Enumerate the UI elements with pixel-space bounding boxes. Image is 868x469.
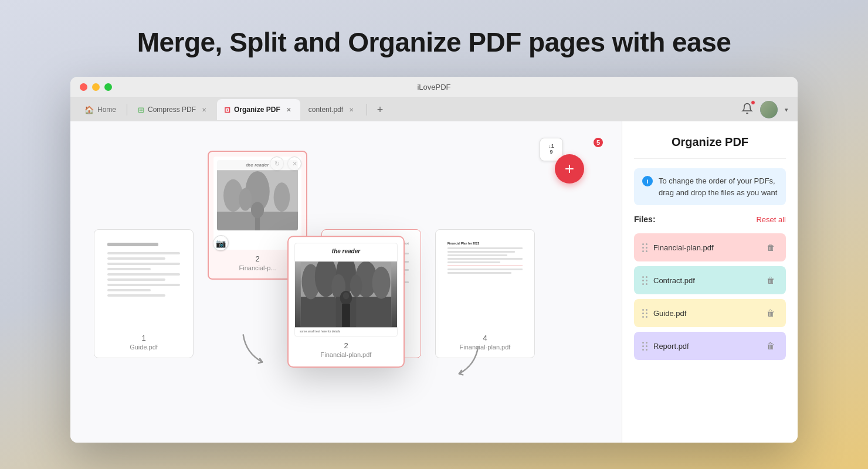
svg-point-5 [239, 188, 252, 211]
info-text: To change the order of your PDFs, drag a… [659, 175, 778, 198]
drag-handle-guide[interactable] [642, 309, 647, 318]
tab-bar-right: ▾ [741, 101, 788, 118]
file-name-guide: Guide.pdf [653, 309, 758, 318]
page-thumbnail-1 [99, 235, 188, 329]
tab-organize-close[interactable]: ✕ [284, 105, 293, 114]
drag-dot [642, 349, 644, 351]
tab-organize[interactable]: ⊡ Organize PDF ✕ [217, 99, 300, 120]
fin-line [447, 269, 523, 270]
window-title: iLovePDF [417, 83, 450, 91]
reset-all-button[interactable]: Reset all [756, 215, 786, 224]
drag-handle-contract[interactable] [642, 276, 647, 285]
fin-line [447, 247, 523, 249]
plus-icon: + [565, 161, 574, 177]
drag-dot [646, 247, 647, 249]
drag-dot [642, 243, 644, 245]
file-item-report[interactable]: Report.pdf 🗑 [634, 332, 786, 360]
tab-compress-close[interactable]: ✕ [199, 105, 209, 114]
user-avatar[interactable] [760, 101, 778, 118]
minimize-button[interactable] [92, 83, 100, 91]
tab-compress-label: Compress PDF [148, 106, 196, 114]
dragged-page-name: Financial-plan.pdf [321, 351, 372, 358]
delete-financial-plan[interactable]: 🗑 [764, 240, 778, 254]
dragged-card[interactable]: the reader [287, 236, 405, 368]
info-icon: i [642, 176, 653, 186]
fin-divider [447, 266, 523, 266]
main-content: ↓19 + 5 [70, 121, 798, 443]
forest-figure [295, 261, 397, 327]
page-card-1[interactable]: 1 Guide.pdf [94, 229, 194, 358]
ghost-title: the reader [244, 160, 272, 170]
page-name-2: Financial-p... [239, 264, 276, 271]
fin-line [447, 251, 515, 253]
reader-cover: the reader [295, 243, 397, 336]
file-item-guide[interactable]: Guide.pdf 🗑 [634, 299, 786, 327]
maximize-button[interactable] [104, 83, 112, 91]
tab-content[interactable]: content.pdf ✕ [301, 99, 363, 120]
drag-dot [646, 342, 647, 344]
sidebar-title: Organize PDF [634, 135, 786, 159]
drag-dot [642, 345, 644, 347]
hero-title: Merge, Split and Organize PDF pages with… [137, 26, 731, 58]
page-name-1: Guide.pdf [130, 344, 158, 351]
file-item-financial-plan[interactable]: Financial-plan.pdf 🗑 [634, 233, 786, 261]
add-files-badge: 5 [592, 137, 604, 148]
tab-compress[interactable]: ⊞ Compress PDF ✕ [131, 99, 216, 120]
file-item-contract[interactable]: Contract.pdf 🗑 [634, 266, 786, 294]
svg-point-20 [343, 293, 349, 300]
files-label: Files: [634, 215, 656, 224]
drag-dot [642, 276, 644, 278]
doc-line [107, 252, 180, 254]
tab-bar: 🏠 Home ⊞ Compress PDF ✕ ⊡ Organize PDF ✕… [70, 98, 798, 121]
file-list: Financial-plan.pdf 🗑 [634, 233, 786, 360]
close-button[interactable] [80, 83, 87, 91]
page-card-4[interactable]: Financial Plan for 2022 [435, 229, 535, 358]
tab-content-close[interactable]: ✕ [347, 105, 356, 114]
dragged-page-number: 2 [321, 341, 372, 350]
drag-dot [646, 250, 647, 252]
drag-dot [642, 283, 644, 285]
forest-scene-svg [295, 261, 397, 327]
svg-point-14 [372, 267, 391, 299]
notification-badge [751, 100, 755, 105]
traffic-lights [80, 83, 112, 91]
drag-dots [642, 243, 647, 252]
drag-handle-report[interactable] [642, 342, 647, 351]
screenshot-icon[interactable]: 📷 [213, 236, 228, 250]
fin-line [447, 254, 507, 256]
drag-dot [642, 250, 644, 252]
tab-home[interactable]: 🏠 Home [77, 99, 123, 120]
drag-dot [642, 342, 644, 344]
fin-line [447, 272, 511, 274]
delete-report[interactable]: 🗑 [764, 339, 778, 353]
delete-guide[interactable]: 🗑 [764, 306, 778, 320]
doc-line [107, 294, 165, 297]
drag-dot [646, 280, 647, 281]
fin-line [447, 258, 523, 260]
doc-line [107, 268, 151, 270]
organizer-area: ↓19 + 5 [70, 121, 622, 443]
drag-dot [646, 312, 647, 314]
page-info-1: 1 Guide.pdf [127, 329, 160, 353]
arrow-right [437, 340, 490, 388]
tab-divider-1 [127, 104, 127, 115]
doc-line [107, 273, 180, 276]
dragged-card-info: 2 Financial-plan.pdf [318, 337, 374, 361]
tab-add-button[interactable]: + [373, 103, 387, 117]
svg-rect-19 [342, 304, 350, 327]
reader-bottom-text: some small text here for details [295, 327, 397, 337]
delete-contract[interactable]: 🗑 [764, 273, 778, 287]
drag-dot [642, 312, 644, 314]
avatar-chevron[interactable]: ▾ [785, 106, 788, 114]
browser-window: iLovePDF 🏠 Home ⊞ Compress PDF ✕ ⊡ Organ… [70, 77, 798, 443]
page-thumbnail-4: Financial Plan for 2022 [440, 235, 530, 329]
notifications-button[interactable] [741, 103, 753, 117]
drag-handle-financial[interactable] [642, 243, 647, 252]
doc-line [107, 278, 165, 281]
page-number-1: 1 [130, 334, 158, 342]
tab-organize-label: Organize PDF [234, 106, 280, 114]
fin-header-text: Financial Plan for 2022 [447, 242, 523, 245]
page-info-2: 2 Financial-p... [237, 250, 279, 274]
add-files-button[interactable]: + [555, 154, 584, 183]
tab-home-label: Home [97, 106, 116, 114]
